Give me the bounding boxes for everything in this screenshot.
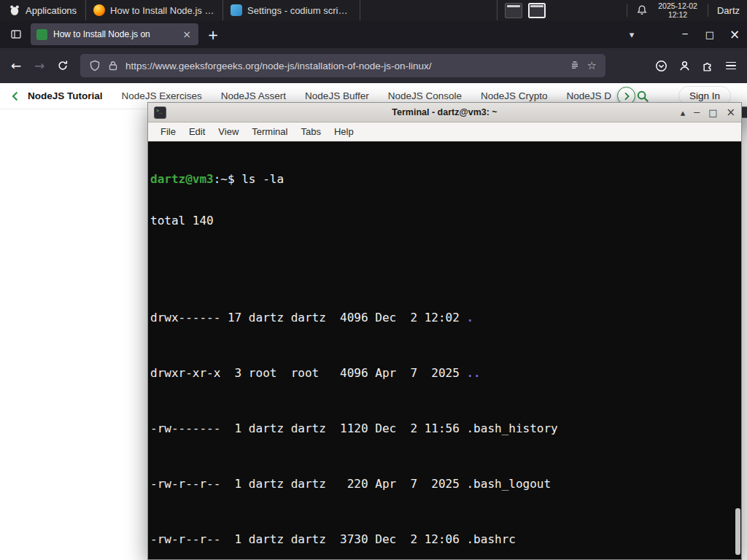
extensions-puzzle-icon[interactable] — [696, 52, 719, 79]
terminal-menu-bar: File Edit View Terminal Tabs Help — [148, 122, 741, 141]
site-nav-item[interactable]: NodeJS Crypto — [481, 90, 548, 101]
taskbar-window-button[interactable]: Settings - codium script... — [223, 0, 360, 20]
terminal-command: ls -la — [241, 172, 284, 186]
applications-icon — [9, 4, 20, 16]
site-nav-item[interactable]: NodeJS Console — [388, 90, 462, 101]
panel-separator — [627, 4, 627, 17]
terminal-menu-item[interactable]: File — [154, 126, 182, 137]
terminal-title-bar[interactable]: Terminal - dartz@vm3: ~ ▴ ─ □ × — [148, 103, 741, 122]
lock-icon[interactable] — [107, 60, 119, 71]
clock-date: 2025-12-02 — [658, 1, 697, 10]
terminal-scrollbar-thumb[interactable] — [735, 508, 740, 555]
terminal-minimize-button[interactable]: ─ — [694, 108, 700, 117]
terminal-window: Terminal - dartz@vm3: ~ ▴ ─ □ × File Edi… — [147, 102, 742, 560]
reload-button[interactable] — [51, 52, 74, 79]
terminal-output-line: -rw-r--r-- 1 dartz dartz 3730 Dec 2 12:0… — [150, 532, 741, 546]
notification-bell-icon[interactable] — [632, 4, 652, 16]
terminal-output-line: -rw------- 1 dartz dartz 1120 Dec 2 11:5… — [150, 421, 741, 435]
tab-close-icon[interactable]: × — [181, 28, 193, 40]
terminal-output-line: -rw-r--r-- 1 dartz dartz 220 Apr 7 2025 … — [150, 477, 741, 491]
terminal-maximize-button[interactable]: □ — [708, 108, 717, 117]
tab-favicon — [36, 29, 47, 40]
taskbar-window-label: How to Install Node.js o... — [110, 5, 215, 16]
taskbar-window-button[interactable]: Terminal - dartz@vm3: ~ — [360, 0, 498, 20]
applications-label: Applications — [26, 5, 77, 16]
terminal-menu-item[interactable]: Help — [328, 126, 360, 137]
terminal-scrollbar[interactable] — [734, 141, 741, 559]
terminal-menu-item[interactable]: Tabs — [294, 126, 327, 137]
terminal-close-button[interactable]: × — [726, 108, 735, 117]
site-nav-item[interactable]: NodeJS Assert — [221, 90, 286, 101]
desktop-top-panel: Applications How to Install Node.js o...… — [0, 0, 747, 20]
file-name: .bash_logout — [466, 477, 551, 491]
taskbar-window-button[interactable]: How to Install Node.js o... — [86, 0, 223, 20]
tray-terminal-icon[interactable] — [505, 3, 522, 18]
url-text[interactable]: https://www.geeksforgeeks.org/node-js/in… — [125, 61, 562, 71]
browser-minimize-button[interactable]: ─ — [673, 23, 697, 45]
tray-active-window-icon[interactable] — [528, 3, 546, 18]
panel-clock[interactable]: 2025-12-02 12:12 — [652, 1, 703, 19]
site-search-icon[interactable] — [636, 90, 649, 103]
site-nav-item[interactable]: NodeJS Tutorial — [28, 90, 103, 101]
tab-title: How to Install Node.js on — [53, 29, 175, 39]
browser-maximize-button[interactable]: □ — [697, 23, 722, 45]
terminal-menu-item[interactable]: Edit — [182, 126, 212, 137]
firefox-view-icon[interactable] — [6, 24, 26, 44]
taskbar-window-label: Settings - codium script... — [247, 5, 352, 16]
site-nav-item[interactable]: NodeJS DNS — [567, 90, 611, 101]
site-nav-item[interactable]: NodeJS Buffer — [305, 90, 369, 101]
browser-nav-toolbar: ← → https://www.geeksforgeeks.org/node-j… — [0, 48, 747, 83]
account-icon[interactable] — [673, 52, 696, 79]
terminal-listing: drwx------ 17 dartz dartz 4096 Dec 2 12:… — [150, 255, 741, 559]
file-attributes: -rw------- 1 dartz dartz 1120 Dec 2 11:5… — [150, 421, 466, 435]
terminal-menu-item[interactable]: Terminal — [245, 126, 294, 137]
desktop: Applications How to Install Node.js o...… — [0, 0, 747, 560]
file-name: .bashrc — [466, 532, 515, 546]
terminal-output-line: drwx------ 17 dartz dartz 4096 Dec 2 12:… — [150, 311, 741, 324]
prompt-separator: :~$ — [214, 172, 242, 186]
tracking-protection-shield-icon[interactable] — [89, 60, 101, 71]
forward-button[interactable]: → — [28, 52, 51, 79]
list-all-tabs-chevron-icon[interactable]: ▾ — [622, 24, 642, 44]
menu-hamburger-icon[interactable] — [719, 52, 743, 79]
terminal-output-line: drwxr-xr-x 3 root root 4096 Apr 7 2025 .… — [150, 366, 741, 380]
file-name: .bash_history — [466, 421, 557, 435]
taskbar-window-icon — [231, 4, 242, 16]
site-nav-items: NodeJS Tutorial NodeJS Exercises NodeJS … — [28, 90, 611, 101]
save-to-pocket-icon[interactable] — [649, 52, 673, 79]
terminal-title: Terminal - dartz@vm3: ~ — [148, 107, 741, 117]
panel-tray — [498, 3, 553, 18]
terminal-shade-button[interactable]: ▴ — [681, 108, 686, 117]
new-tab-button[interactable]: + — [203, 24, 223, 44]
file-name: .. — [466, 366, 480, 380]
file-attributes: drwx------ 17 dartz dartz 4096 Dec 2 12:… — [150, 311, 466, 324]
browser-close-button[interactable]: × — [722, 23, 747, 45]
browser-tab[interactable]: How to Install Node.js on × — [31, 23, 198, 45]
terminal-window-icon — [154, 106, 166, 119]
reader-mode-icon[interactable] — [569, 60, 581, 71]
panel-separator — [708, 4, 708, 17]
url-bar[interactable]: https://www.geeksforgeeks.org/node-js/in… — [80, 54, 605, 77]
back-button[interactable]: ← — [4, 52, 28, 79]
taskbar: How to Install Node.js o... Settings - c… — [86, 0, 498, 20]
file-attributes: drwxr-xr-x 3 root root 4096 Apr 7 2025 — [150, 366, 466, 380]
site-nav-back-chevron-icon[interactable] — [10, 91, 20, 101]
file-attributes: -rw-r--r-- 1 dartz dartz 3730 Dec 2 12:0… — [150, 532, 466, 546]
file-name: . — [466, 311, 473, 324]
terminal-prompt-line: dartz@vm3:~$ ls -la — [150, 172, 741, 186]
applications-menu[interactable]: Applications — [0, 0, 86, 20]
terminal-output[interactable]: dartz@vm3:~$ ls -la total 140 drwx------… — [148, 141, 741, 559]
clock-time: 12:12 — [668, 10, 687, 19]
prompt-user-host: dartz@vm3 — [150, 172, 214, 186]
terminal-total-line: total 140 — [150, 214, 741, 228]
panel-right: 2025-12-02 12:12 Dartz — [622, 0, 747, 20]
browser-tab-bar: How to Install Node.js on × + ▾ ─ □ × — [0, 20, 747, 48]
taskbar-window-icon — [93, 4, 105, 16]
site-nav-item[interactable]: NodeJS Exercises — [122, 90, 202, 101]
terminal-window-controls: ▴ ─ □ × — [681, 108, 735, 117]
panel-user-menu[interactable]: Dartz — [713, 5, 747, 16]
file-attributes: -rw-r--r-- 1 dartz dartz 220 Apr 7 2025 — [150, 477, 466, 491]
bookmark-star-icon[interactable]: ☆ — [587, 59, 597, 72]
terminal-menu-item[interactable]: View — [212, 126, 245, 137]
